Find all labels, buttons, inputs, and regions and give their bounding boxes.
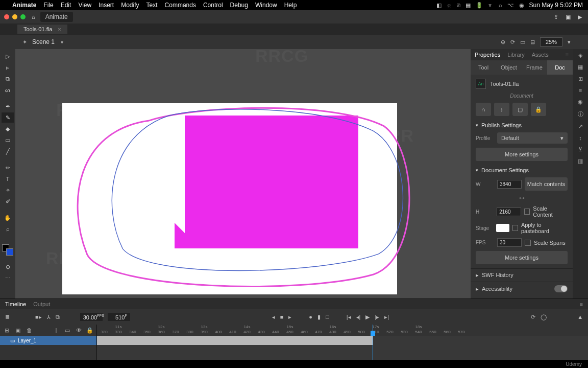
timeline-ruler[interactable]: 11s12s13s14s15s16s17s18s 320330340350360…: [97, 325, 588, 336]
grid-icon[interactable]: ▢: [512, 103, 528, 116]
camera-icon[interactable]: ■▸: [35, 314, 42, 320]
prop-tab-object[interactable]: Object: [496, 60, 522, 75]
menu-window[interactable]: Window: [255, 2, 277, 9]
canvas[interactable]: RRCG RRCG RRCG RR RRCG RRCG RRCG RRCG RR…: [15, 49, 471, 298]
rig-icon[interactable]: ⅄: [47, 314, 51, 320]
section-swf-history[interactable]: ▸SWF History: [471, 268, 573, 282]
close-tab-icon[interactable]: ×: [58, 26, 61, 32]
menu-file[interactable]: File: [43, 2, 53, 9]
fps-input[interactable]: 30: [497, 238, 522, 247]
go-first-icon[interactable]: |◂: [347, 314, 351, 320]
drawn-triangle[interactable]: [175, 223, 200, 248]
tab-output[interactable]: Output: [33, 301, 50, 307]
next-frame-icon[interactable]: |▸: [375, 314, 379, 320]
transform-tool-icon[interactable]: ⧉: [2, 74, 14, 84]
new-folder-icon[interactable]: ▣: [14, 327, 21, 334]
panel-icon[interactable]: ↕: [579, 135, 582, 141]
height-input[interactable]: 2160: [497, 208, 521, 216]
panel-icon[interactable]: ⓘ: [578, 110, 583, 118]
rotate-icon[interactable]: ⟳: [510, 39, 515, 45]
document-tab[interactable]: Tools-01.fla ×: [17, 25, 67, 34]
text-tool-icon[interactable]: T: [2, 174, 14, 184]
stage-color-swatch[interactable]: [496, 224, 509, 232]
panel-icon[interactable]: ⊻: [578, 146, 582, 153]
panel-icon[interactable]: ↗: [578, 123, 583, 130]
step-back-icon[interactable]: ◂: [272, 314, 275, 320]
selection-tool-icon[interactable]: ▷: [2, 51, 14, 61]
loop-icon[interactable]: ⟳: [531, 314, 535, 320]
prop-tab-tool[interactable]: Tool: [471, 60, 496, 75]
layout-icon[interactable]: ▣: [566, 14, 571, 20]
apply-pasteboard-checkbox[interactable]: [512, 225, 518, 231]
tray-icon[interactable]: ⎚: [457, 2, 460, 8]
options-icon[interactable]: ⊙: [2, 262, 14, 272]
scene-icon[interactable]: ✦: [22, 39, 27, 45]
paint-tool-icon[interactable]: ◆: [2, 124, 14, 134]
match-contents-button[interactable]: Match contents: [525, 177, 568, 191]
wifi-icon[interactable]: ᯤ: [488, 2, 494, 8]
more-settings-button-2[interactable]: More settings: [476, 251, 568, 264]
line-tool-icon[interactable]: ╱: [2, 146, 14, 156]
drawn-rectangle[interactable]: [185, 116, 358, 248]
window-zoom-button[interactable]: [20, 14, 26, 19]
side-tab-library[interactable]: Library: [507, 52, 525, 58]
menu-text[interactable]: Text: [146, 2, 158, 9]
workspace-label[interactable]: Animate: [40, 12, 73, 22]
more-settings-button[interactable]: More settings: [476, 148, 568, 161]
width-input[interactable]: 3840: [497, 180, 522, 189]
tab-timeline[interactable]: Timeline: [5, 301, 26, 307]
window-minimize-button[interactable]: [12, 14, 17, 19]
section-accessibility[interactable]: ▸Accessibility: [471, 282, 573, 295]
clip-icon[interactable]: ⊕: [501, 39, 505, 45]
bone-tool-icon[interactable]: ✧: [2, 185, 14, 195]
zoom-dropdown-icon[interactable]: ▾: [568, 39, 571, 45]
prev-frame-icon[interactable]: ◂|: [356, 314, 361, 320]
control-center-icon[interactable]: ⌥: [507, 2, 514, 9]
menu-control[interactable]: Control: [203, 2, 223, 9]
siri-icon[interactable]: ◉: [519, 2, 524, 9]
color-swatches[interactable]: [2, 244, 13, 256]
panel-icon[interactable]: ⊞: [578, 76, 583, 82]
share-icon[interactable]: ⇪: [554, 14, 558, 20]
lock-layers-icon[interactable]: 🔒: [86, 327, 93, 334]
tray-icon[interactable]: ▦: [465, 2, 471, 9]
play-button[interactable]: ▶: [365, 314, 370, 320]
battery-icon[interactable]: 🔋: [476, 2, 483, 9]
profile-select[interactable]: Default ▾: [497, 132, 568, 144]
panel-icon[interactable]: ◉: [578, 99, 583, 105]
brush-tool-icon[interactable]: ✎: [2, 112, 14, 123]
go-last-icon[interactable]: ▸|: [384, 314, 389, 320]
section-publish[interactable]: ▾ Publish Settings: [476, 122, 568, 128]
insert-blank-kf-icon[interactable]: ▮: [317, 314, 321, 320]
panel-icon[interactable]: ◈: [578, 52, 582, 59]
rectangle-tool-icon[interactable]: ▭: [2, 135, 14, 145]
menu-modify[interactable]: Modify: [121, 2, 139, 9]
menu-help[interactable]: Help: [284, 2, 297, 9]
zoom-timeline-icon[interactable]: ▲: [577, 314, 583, 320]
timeline-menu-icon[interactable]: ≡: [580, 301, 583, 307]
link-wh-icon[interactable]: ⊶: [476, 195, 568, 201]
panel-icon[interactable]: ▦: [578, 64, 583, 71]
menu-commands[interactable]: Commands: [165, 2, 196, 9]
playhead[interactable]: [373, 325, 373, 360]
eyedropper-tool-icon[interactable]: ✐: [2, 196, 14, 206]
fps-display[interactable]: 30.00FPS: [80, 313, 103, 321]
layer-name[interactable]: Layer_1: [18, 338, 36, 343]
scene-dropdown-icon[interactable]: ▾: [61, 39, 63, 45]
section-document-settings[interactable]: ▾ Document Settings: [476, 167, 568, 173]
visibility-icon[interactable]: 👁: [75, 327, 82, 333]
frames-area[interactable]: 11s12s13s14s15s16s17s18s 320330340350360…: [97, 325, 588, 360]
more-tools-icon[interactable]: ⋯: [2, 273, 14, 283]
lasso-tool-icon[interactable]: ᔕ: [2, 85, 14, 95]
outline-icon[interactable]: ▭: [64, 327, 71, 334]
layer-row[interactable]: ▭ Layer_1: [0, 336, 96, 345]
layers-icon[interactable]: ≣: [5, 314, 10, 320]
scene-name[interactable]: Scene 1: [32, 38, 55, 45]
step-fwd-icon[interactable]: ▸: [288, 314, 291, 320]
zoom-level[interactable]: 25%: [540, 37, 562, 47]
hand-tool-icon[interactable]: ✋: [2, 213, 14, 223]
menu-view[interactable]: View: [78, 2, 91, 9]
tray-icon[interactable]: ☼: [447, 2, 452, 8]
panel-menu-icon[interactable]: ≡: [566, 52, 569, 58]
lock-icon[interactable]: 🔒: [531, 103, 546, 116]
